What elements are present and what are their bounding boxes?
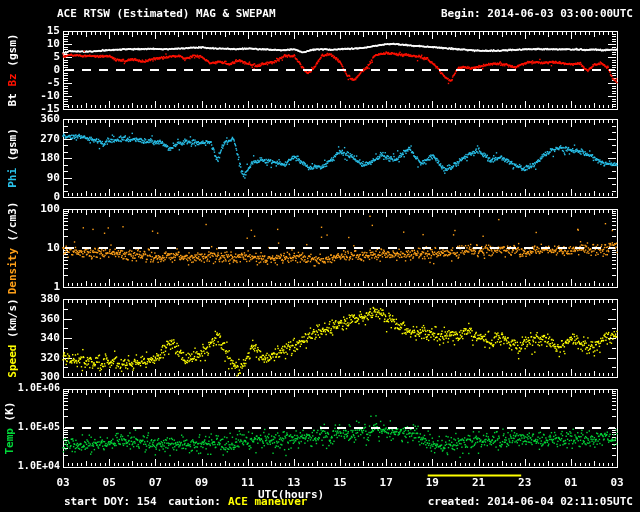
panel-y-axis-label: Temp (K) xyxy=(4,402,15,455)
y-tick-label: 180 xyxy=(13,152,60,163)
x-tick-label: 07 xyxy=(149,477,162,488)
ace-rtsw-plot: ACE RTSW (Estimated) MAG & SWEPAM Begin:… xyxy=(0,0,640,512)
panel-y-axis-label-part: Phi xyxy=(6,168,19,188)
panel-y-axis-label-part: Density xyxy=(6,248,19,294)
begin-timestamp: Begin: 2014-06-03 03:00:00UTC xyxy=(441,8,633,19)
y-tick-label: 0 xyxy=(13,191,60,202)
y-tick-label: 270 xyxy=(13,133,60,144)
x-tick-label: 09 xyxy=(195,477,208,488)
y-tick-label: 1 xyxy=(13,281,60,292)
panel-y-axis-label-part: (K) xyxy=(3,402,16,429)
x-tick-label: 01 xyxy=(564,477,577,488)
panel-y-axis-label: Bt Bz (gsm) xyxy=(7,34,18,107)
x-tick-label: 15 xyxy=(333,477,346,488)
caution-label: caution: xyxy=(168,496,221,507)
chart-title: ACE RTSW (Estimated) MAG & SWEPAM xyxy=(57,8,276,19)
panel-y-axis-label-part: (km/s) xyxy=(6,298,19,344)
panel-y-axis-label-part: Bz xyxy=(6,73,19,86)
x-tick-label: 11 xyxy=(241,477,254,488)
panel-y-axis-label: Density (/cm3) xyxy=(7,202,18,295)
x-tick-label: 17 xyxy=(380,477,393,488)
x-tick-label: 03 xyxy=(56,477,69,488)
ace-maneuver-label: ACE maneuver xyxy=(228,496,307,507)
y-tick-label: -10 xyxy=(13,90,60,101)
y-tick-label: 1.0E+05 xyxy=(13,422,60,432)
panel-y-axis-label-part: Speed xyxy=(6,345,19,378)
x-tick-label: 19 xyxy=(426,477,439,488)
x-tick-label: 03 xyxy=(610,477,623,488)
panel-y-axis-label-part: Temp xyxy=(3,428,16,455)
plot-canvas xyxy=(0,0,640,512)
created-timestamp: created: 2014-06-04 02:11:05UTC xyxy=(428,496,633,507)
y-tick-label: 0 xyxy=(13,64,60,75)
y-tick-label: 10 xyxy=(13,242,60,253)
panel-y-axis-label: Phi (gsm) xyxy=(7,128,18,188)
y-tick-label: -5 xyxy=(13,77,60,88)
x-tick-label: 13 xyxy=(287,477,300,488)
y-tick-label: 360 xyxy=(13,313,60,324)
panel-y-axis-label-part: Bt xyxy=(6,87,19,107)
panel-y-axis-label: Speed (km/s) xyxy=(7,298,18,377)
panel-y-axis-label-part: (gsm) xyxy=(6,128,19,168)
panel-y-axis-label-part: (/cm3) xyxy=(6,202,19,248)
y-tick-label: 5 xyxy=(13,51,60,62)
y-tick-label: 10 xyxy=(13,38,60,49)
y-tick-label: 100 xyxy=(13,203,60,214)
x-tick-label: 05 xyxy=(103,477,116,488)
y-tick-label: 380 xyxy=(13,293,60,304)
y-tick-label: 1.0E+06 xyxy=(13,383,60,393)
y-tick-label: 15 xyxy=(13,25,60,36)
x-tick-label: 23 xyxy=(518,477,531,488)
x-tick-label: 21 xyxy=(472,477,485,488)
y-tick-label: 300 xyxy=(13,371,60,382)
start-doy-label: start DOY: 154 xyxy=(64,496,157,507)
y-tick-label: 340 xyxy=(13,332,60,343)
panel-y-axis-label-part: (gsm) xyxy=(6,34,19,74)
y-tick-label: 1.0E+04 xyxy=(13,461,60,471)
y-tick-label: 90 xyxy=(13,172,60,183)
y-tick-label: 320 xyxy=(13,352,60,363)
y-tick-label: 360 xyxy=(13,113,60,124)
